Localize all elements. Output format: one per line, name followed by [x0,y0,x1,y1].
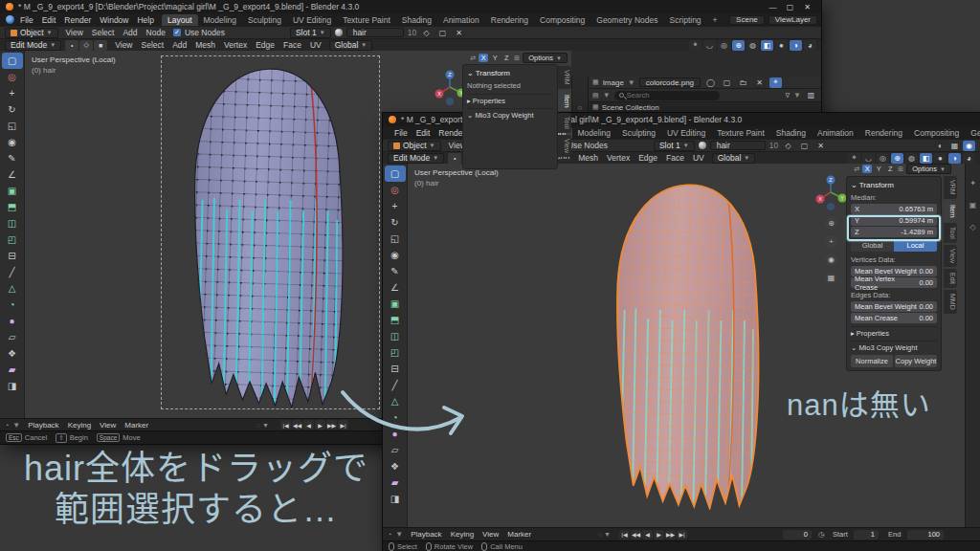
timeline-menu-item[interactable]: Playback [407,530,445,539]
pivot-icon[interactable]: ⌖ [848,153,860,164]
workspace-tab[interactable]: UV Editing [287,14,337,26]
sidebar-tab[interactable]: Edit [944,269,957,288]
xray-toggle-icon[interactable]: ◧ [761,40,773,51]
timeline-menu-item[interactable]: Marker [121,421,152,430]
zoom-icon[interactable]: ⊕ [825,217,837,230]
move-icon[interactable]: + [2,85,23,101]
slot-dropdown[interactable]: Slot 1▼ [290,28,331,38]
menu-item[interactable]: UV [689,153,708,163]
timeline-menu-item[interactable]: Keying [64,421,95,430]
smooth-icon[interactable]: ● [2,313,23,329]
global-button[interactable]: Global [851,239,894,252]
workspace-tab[interactable]: Modeling [572,127,617,139]
workspace-tab[interactable]: Shading [396,14,437,26]
loop-cut-icon[interactable]: ⊟ [2,248,23,264]
spin-icon[interactable]: ◔ [2,297,23,313]
workspace-tab[interactable]: Animation [812,127,859,139]
orientation-dropdown[interactable]: Global▼ [329,40,373,51]
annotate-icon[interactable]: ✎ [2,150,23,166]
viewport-3d-front[interactable]: User Perspective (Local) (0) hair [408,164,965,527]
select-mode-button[interactable]: ◇ [79,40,93,51]
axis-toggle[interactable]: Y [874,165,883,173]
select-box-icon[interactable]: ▢ [2,53,23,69]
menu-item[interactable]: Select [138,40,168,50]
viewlayer-selector[interactable]: ViewLayer [768,15,817,25]
axis-toggle[interactable]: X [479,54,488,62]
menu-item[interactable]: Add [119,28,141,37]
workspace-tab[interactable]: Texture Paint [711,127,770,139]
transform-panel-header[interactable]: ⌄ Transform [851,180,937,191]
shading-rendered-icon[interactable]: ◕ [963,153,975,164]
outliner-options-icon[interactable]: ▥ [805,90,817,100]
edge-slide-icon[interactable]: ▱ [385,442,406,458]
shrink-fatten-icon[interactable]: ❖ [2,345,23,362]
sidebar-tab[interactable]: View [558,135,571,157]
shading-solid-icon[interactable]: ● [775,40,788,51]
rip-region-icon[interactable]: ◨ [2,378,23,394]
shield-icon[interactable]: ◇ [420,28,433,38]
end-frame-field[interactable]: 100 [907,530,944,540]
shear-icon[interactable]: ▰ [2,362,23,378]
proportional-edit-icon[interactable]: ◎ [718,40,730,51]
jump-to-end-icon[interactable]: ▶| [338,420,348,430]
sidebar-tab[interactable]: Item [558,91,571,112]
scale-icon[interactable]: ◱ [2,118,23,134]
workspace-tab[interactable]: Texture Paint [337,14,396,26]
options-dropdown[interactable]: Options▼ [906,164,951,174]
next-keyframe-icon[interactable]: ▶▶ [665,530,676,540]
local-button[interactable]: Local [894,239,937,252]
minimize-button[interactable]: — [765,3,781,11]
median-value-slider[interactable]: X0.65763 m [851,204,937,214]
spin-icon[interactable]: ◔ [385,409,406,426]
cursor-icon[interactable]: ◎ [2,69,23,85]
play-reverse-icon[interactable]: ◀ [303,420,314,430]
render-pass-icon[interactable]: ◐ [934,141,947,151]
rotate-icon[interactable]: ↻ [385,214,406,231]
select-mode-button[interactable]: ■ [94,40,107,51]
transform-icon[interactable]: ◉ [2,134,23,150]
axis-toggle[interactable]: Z [885,165,895,173]
unlink-image-icon[interactable]: ✕ [753,77,766,88]
axis-toggle[interactable]: Z [501,54,511,62]
jump-to-start-icon[interactable]: |◀ [619,530,630,540]
overlays-icon[interactable]: ◍ [905,153,918,164]
clock-icon[interactable]: ◷ [818,530,825,539]
workspace-tab[interactable]: UV Editing [661,127,711,139]
extrude-icon[interactable]: ⬒ [385,312,406,328]
prev-keyframe-icon[interactable]: ◀◀ [631,530,641,540]
overlays-icon[interactable]: ◍ [746,40,759,51]
mio3-panel-header[interactable]: ⌄ Mio3 Copy Weight [851,341,937,352]
prev-keyframe-icon[interactable]: ◀◀ [292,420,302,430]
ortho-grid-icon[interactable]: ▦ [825,272,837,284]
workspace-tab[interactable]: Rendering [859,127,908,139]
timeline-menu-item[interactable]: Marker [503,530,535,539]
zoom-icon[interactable]: ○ [578,103,583,112]
outliner-display-icon[interactable]: ▤ [592,92,599,99]
workspace-tab[interactable]: Modeling [198,14,243,26]
add-cube-icon[interactable]: ▣ [2,183,23,199]
workspace-tab[interactable]: Sculpting [242,14,287,26]
menu-item[interactable]: Edit [38,15,60,25]
shield-icon[interactable]: ◇ [782,141,794,151]
navigation-gizmo[interactable]: Z X Y [813,173,848,211]
menu-item[interactable]: File [16,15,37,25]
mode-dropdown[interactable]: Object▼ [5,28,58,38]
poly-build-icon[interactable]: △ [2,280,23,297]
shrink-fatten-icon[interactable]: ❖ [385,458,406,474]
edge-data-slider[interactable]: Mean Bevel Weight0.00 [851,301,937,312]
menu-item[interactable]: Node [143,28,169,37]
timeline-menu-item[interactable]: View [479,530,502,539]
inset-faces-icon[interactable]: ◫ [385,328,406,344]
timeline-editor-icon[interactable]: ◔ [388,531,391,538]
properties-panel-header[interactable]: ▸ Properties [467,94,553,105]
cursor-icon[interactable]: ◎ [385,182,406,198]
copy-weight-button[interactable]: Copy Weight [895,355,937,367]
select-mode-button[interactable]: • [448,153,461,164]
select-box-icon[interactable]: ▢ [385,165,406,182]
transform-panel-header[interactable]: ⌄ Transform [467,68,553,79]
play-reverse-icon[interactable]: ◀ [642,530,653,540]
menu-item[interactable]: Face [662,153,688,163]
snap-magnet-icon[interactable]: ◡ [703,40,716,51]
menu-item[interactable]: UV [306,40,325,50]
use-nodes-checkbox[interactable]: ✓ [173,29,181,36]
